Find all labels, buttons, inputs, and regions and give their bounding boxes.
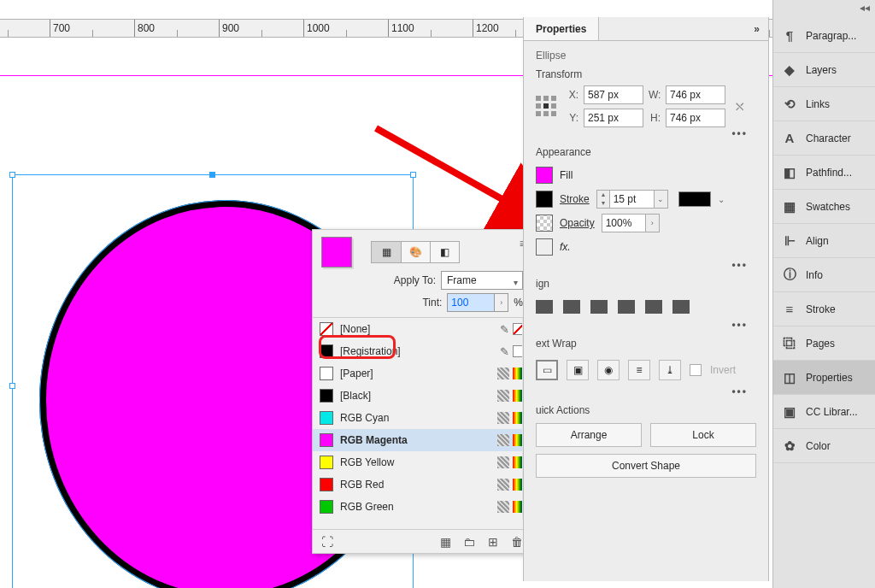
align-top-icon[interactable] bbox=[618, 300, 635, 314]
x-input[interactable]: 587 px bbox=[584, 85, 643, 104]
resize-handle-t[interactable] bbox=[209, 172, 215, 178]
side-panel-stroke[interactable]: ≡Stroke bbox=[773, 292, 875, 326]
h-input[interactable]: 746 px bbox=[666, 109, 725, 127]
ruler-tick: 800 bbox=[135, 20, 220, 38]
swatch-type-icon bbox=[497, 479, 509, 491]
resize-handle-tr[interactable] bbox=[410, 172, 416, 178]
swatch-item-none[interactable]: [None]✎ bbox=[313, 318, 531, 340]
opacity-input[interactable]: 100% bbox=[602, 214, 646, 232]
resize-handle-l[interactable] bbox=[9, 383, 15, 389]
tab-swatches-icon[interactable]: ▦ bbox=[372, 242, 401, 262]
swatch-grid-icon[interactable]: ▦ bbox=[438, 534, 453, 550]
constrain-proportions-icon[interactable]: ⤬ bbox=[734, 98, 745, 115]
w-input[interactable]: 746 px bbox=[666, 85, 725, 104]
align-more-icon[interactable]: ••• bbox=[536, 319, 756, 331]
side-panel-pathfinder[interactable]: ◧Pathfind... bbox=[773, 156, 875, 190]
swatch-item-registration[interactable]: [Registration]✎ bbox=[313, 340, 531, 362]
arrange-button[interactable]: Arrange bbox=[536, 423, 642, 447]
opacity-label-link[interactable]: Opacity bbox=[560, 217, 595, 229]
new-swatch-icon[interactable]: ⊞ bbox=[485, 534, 501, 550]
appearance-more-icon[interactable]: ••• bbox=[536, 259, 756, 271]
swatch-name: RGB Green bbox=[340, 501, 490, 513]
ruler-tick: 700 bbox=[50, 20, 135, 38]
swatch-options-icon[interactable]: ⛶ bbox=[320, 534, 335, 550]
swatch-item-black[interactable]: [Black] bbox=[313, 385, 531, 407]
tint-input[interactable]: 100 bbox=[447, 293, 495, 312]
tab-properties[interactable]: Properties bbox=[524, 17, 599, 40]
y-input[interactable]: 251 px bbox=[584, 109, 643, 127]
swatch-item-rgbgreen[interactable]: RGB Green bbox=[313, 496, 531, 518]
paragraph-icon: ¶ bbox=[782, 28, 797, 44]
align-vcenter-icon[interactable] bbox=[645, 300, 662, 314]
align-hcenter-icon[interactable] bbox=[563, 300, 580, 314]
invert-checkbox[interactable] bbox=[690, 364, 702, 376]
swatch-item-rgbyellow[interactable]: RGB Yellow bbox=[313, 451, 531, 473]
wrap-jump-icon[interactable]: ≡ bbox=[628, 360, 650, 380]
swatch-name: RGB Yellow bbox=[340, 456, 490, 468]
side-panel-paragraph[interactable]: ¶Paragrap... bbox=[773, 19, 875, 53]
stroke-weight-input[interactable]: 15 pt bbox=[610, 190, 655, 209]
swatch-type-icon bbox=[497, 434, 509, 446]
lock-button[interactable]: Lock bbox=[650, 423, 756, 447]
reference-point-picker[interactable] bbox=[536, 96, 558, 118]
swatch-color-chip bbox=[320, 411, 333, 425]
transform-more-icon[interactable]: ••• bbox=[536, 127, 756, 139]
swatch-color-chip bbox=[320, 478, 333, 491]
properties-icon: ◫ bbox=[782, 370, 797, 385]
resize-handle-tl[interactable] bbox=[9, 172, 15, 178]
fx-chip[interactable] bbox=[536, 238, 553, 256]
wrap-none-icon[interactable]: ▭ bbox=[536, 360, 558, 380]
stroke-weight-preset[interactable]: ⌄ bbox=[655, 190, 668, 209]
stroke-color-chip[interactable] bbox=[536, 191, 553, 208]
opacity-chip[interactable] bbox=[536, 215, 553, 232]
fill-color-chip[interactable] bbox=[536, 167, 553, 184]
wrap-more-icon[interactable]: ••• bbox=[536, 385, 756, 397]
transform-heading: Transform bbox=[536, 68, 756, 80]
align-right-icon[interactable] bbox=[590, 300, 608, 314]
convert-shape-button[interactable]: Convert Shape bbox=[536, 454, 756, 478]
side-panel-swatches[interactable]: ▦Swatches bbox=[773, 190, 875, 224]
swatch-item-rgbred[interactable]: RGB Red bbox=[313, 473, 531, 496]
apply-to-select[interactable]: Frame bbox=[441, 271, 523, 290]
swatch-color-chip bbox=[320, 433, 333, 447]
side-panel-align[interactable]: ⊩Align bbox=[773, 224, 875, 258]
swatch-name: [Black] bbox=[340, 390, 490, 402]
new-folder-icon[interactable]: 🗀 bbox=[461, 534, 477, 550]
side-panel-label: Stroke bbox=[806, 303, 836, 315]
current-fill-chip[interactable] bbox=[321, 237, 352, 268]
swatch-list[interactable]: [None]✎[Registration]✎[Paper][Black]RGB … bbox=[313, 317, 531, 519]
align-bottom-icon[interactable] bbox=[672, 300, 690, 314]
swatch-name: RGB Cyan bbox=[340, 412, 490, 424]
side-panel-character[interactable]: ACharacter bbox=[773, 121, 875, 156]
side-panel-properties[interactable]: ◫Properties bbox=[773, 361, 875, 395]
side-panel-links[interactable]: ⟲Links bbox=[773, 87, 875, 121]
swatch-view-tabs[interactable]: ▦ 🎨 ◧ bbox=[371, 241, 460, 263]
tab-gradient-icon[interactable]: ◧ bbox=[430, 242, 459, 262]
swatch-item-rgbcyan[interactable]: RGB Cyan bbox=[313, 407, 531, 429]
wrap-bounding-icon[interactable]: ▣ bbox=[567, 360, 589, 380]
side-panel-cclib[interactable]: ▣CC Librar... bbox=[773, 395, 875, 429]
side-panel-pages[interactable]: ⿻Pages bbox=[773, 326, 875, 361]
align-left-icon[interactable] bbox=[536, 300, 553, 314]
opacity-preset[interactable]: › bbox=[646, 214, 660, 232]
stroke-style-chip[interactable] bbox=[678, 191, 711, 207]
swatch-item-rgbmagenta[interactable]: RGB Magenta bbox=[313, 429, 531, 451]
wrap-shape-icon[interactable]: ◉ bbox=[597, 360, 620, 380]
stroke-weight-stepper[interactable]: ▴▾ bbox=[596, 190, 610, 209]
swatch-item-paper[interactable]: [Paper] bbox=[313, 362, 531, 385]
tab-color-mixer-icon[interactable]: 🎨 bbox=[401, 242, 430, 262]
info-icon: ⓘ bbox=[782, 268, 797, 283]
swatches-popup[interactable]: ▦ 🎨 ◧ ≡ Apply To: Frame Tint: 100 › % [N… bbox=[312, 229, 532, 554]
tint-stepper[interactable]: › bbox=[495, 293, 508, 312]
collapse-panel-icon[interactable]: » bbox=[745, 17, 768, 40]
stroke-label-link[interactable]: Stroke bbox=[560, 193, 590, 205]
fx-label[interactable]: fx. bbox=[560, 241, 571, 253]
side-panel-color[interactable]: ✿Color bbox=[773, 429, 875, 463]
side-panel-label: Properties bbox=[806, 372, 853, 384]
side-panel-info[interactable]: ⓘInfo bbox=[773, 258, 875, 292]
wrap-column-icon[interactable]: ⤓ bbox=[659, 360, 681, 380]
dock-collapse-icon[interactable]: ◂◂ bbox=[860, 2, 870, 14]
swatch-name: [Registration] bbox=[340, 345, 493, 357]
side-panel-layers[interactable]: ◆Layers bbox=[773, 53, 875, 87]
color-icon: ✿ bbox=[782, 438, 797, 454]
